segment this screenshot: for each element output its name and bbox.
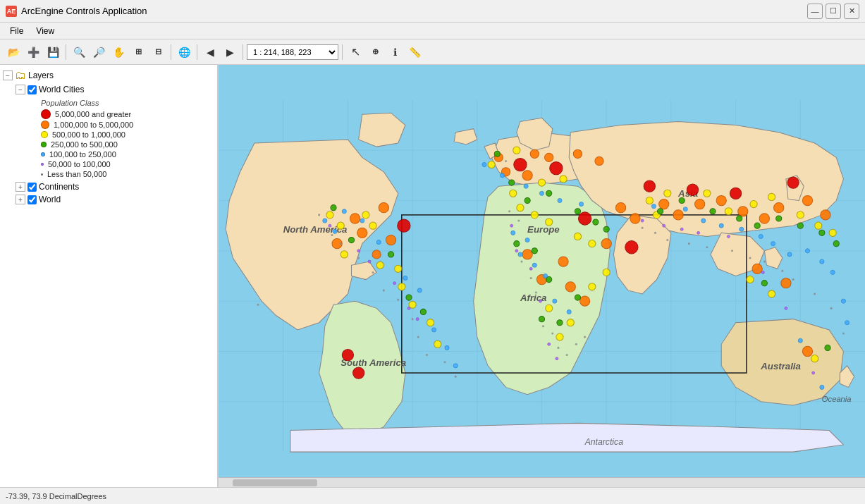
full-extent-button[interactable]: ⊟ <box>149 43 167 61</box>
open-button[interactable]: 📂 <box>4 43 23 61</box>
svg-point-188 <box>641 219 644 222</box>
svg-point-207 <box>455 376 457 378</box>
svg-point-103 <box>797 211 804 219</box>
svg-point-112 <box>406 295 412 300</box>
svg-point-79 <box>427 319 434 326</box>
layers-root[interactable]: − 🗂 Layers <box>0 68 217 83</box>
layers-collapse-btn[interactable]: − <box>3 70 13 80</box>
svg-point-35 <box>353 367 364 379</box>
status-bar: -73.39, 73.9 DecimalDegrees <box>0 487 865 504</box>
svg-point-169 <box>805 249 809 253</box>
svg-point-202 <box>397 299 399 301</box>
save-button[interactable]: 💾 <box>44 43 62 61</box>
svg-point-213 <box>530 277 532 279</box>
svg-point-183 <box>515 250 518 252</box>
world-cities-checkbox[interactable] <box>27 85 37 94</box>
svg-point-178 <box>368 260 371 263</box>
continents-checkbox[interactable] <box>27 183 37 192</box>
close-button[interactable]: ✕ <box>844 4 859 19</box>
map-area[interactable]: North America South America Europe Afric… <box>219 65 865 487</box>
maximize-button[interactable]: ☐ <box>826 4 841 19</box>
pan-button[interactable]: ✋ <box>109 43 128 61</box>
title-left: AE ArcEngine Controls Application <box>6 6 147 17</box>
legend-item: 250,000 to 500,000 <box>41 140 217 149</box>
app-icon: AE <box>6 6 17 17</box>
svg-point-85 <box>510 190 517 197</box>
svg-point-38 <box>379 203 388 213</box>
svg-point-83 <box>538 179 545 186</box>
menu-bar: File View <box>0 23 865 39</box>
forward-button[interactable]: ▶ <box>221 43 239 61</box>
svg-point-204 <box>417 336 419 338</box>
scale-selector[interactable]: 1 : 214, 188, 223 <box>247 44 338 60</box>
globe-button[interactable]: 🌐 <box>175 43 193 61</box>
fixed-extent-button[interactable]: ⊞ <box>129 43 147 61</box>
svg-point-192 <box>727 235 730 238</box>
continents-item[interactable]: + Continents <box>13 180 217 193</box>
continents-expand-btn[interactable]: + <box>16 182 25 192</box>
svg-point-58 <box>659 199 669 209</box>
world-item[interactable]: + World <box>13 193 217 206</box>
zoom-out-button[interactable]: 🔎 <box>90 43 108 61</box>
world-cities-item[interactable]: − World Cities <box>13 83 217 96</box>
legend-label: 250,000 to 500,000 <box>51 140 118 149</box>
sep4 <box>243 44 243 60</box>
menu-view[interactable]: View <box>30 25 60 37</box>
svg-point-156 <box>518 252 522 257</box>
svg-point-56 <box>615 203 625 213</box>
minimize-button[interactable]: — <box>807 4 823 19</box>
svg-point-151 <box>539 191 544 195</box>
svg-point-81 <box>488 161 495 168</box>
svg-point-54 <box>565 282 575 292</box>
svg-point-210 <box>508 210 510 212</box>
svg-point-37 <box>350 214 360 223</box>
svg-point-55 <box>580 296 590 306</box>
svg-point-147 <box>453 364 458 368</box>
svg-point-228 <box>763 261 766 263</box>
svg-point-61 <box>716 195 726 205</box>
continents-group: + Continents <box>0 180 217 193</box>
new-button[interactable]: ➕ <box>24 43 42 61</box>
svg-point-39 <box>357 228 367 238</box>
legend-label: 1,000,000 to 5,000,000 <box>54 121 133 129</box>
svg-point-164 <box>719 223 723 228</box>
svg-point-88 <box>546 219 553 226</box>
measure-button[interactable]: 📏 <box>405 43 424 61</box>
xy-button[interactable]: ⊕ <box>366 43 384 61</box>
svg-point-166 <box>759 234 763 238</box>
svg-point-162 <box>683 207 687 211</box>
svg-point-108 <box>811 355 818 362</box>
svg-point-86 <box>517 204 524 211</box>
svg-point-232 <box>830 307 833 309</box>
svg-point-87 <box>531 211 538 219</box>
back-button[interactable]: ◀ <box>201 43 219 61</box>
svg-point-230 <box>792 278 795 281</box>
svg-point-97 <box>664 190 671 197</box>
svg-point-220 <box>584 336 586 338</box>
svg-point-191 <box>697 231 700 234</box>
svg-text:Europe: Europe <box>527 224 560 235</box>
zoom-in-button[interactable]: 🔍 <box>70 43 88 61</box>
svg-point-221 <box>642 227 644 229</box>
world-cities-group: − World Cities Population Class 5,000,00… <box>0 83 217 180</box>
world-label: World <box>39 195 61 204</box>
svg-text:Oceania: Oceania <box>822 395 852 403</box>
world-checkbox[interactable] <box>27 195 37 204</box>
svg-point-209 <box>505 160 507 162</box>
identify-button[interactable]: ℹ <box>386 43 404 61</box>
world-expand-btn[interactable]: + <box>16 195 25 204</box>
svg-point-214 <box>535 291 537 293</box>
map-scrollbar[interactable] <box>219 477 865 487</box>
legend-label: 100,000 to 250,000 <box>49 150 116 159</box>
legend-item: Less than 50,000 <box>41 169 217 179</box>
world-cities-collapse-btn[interactable]: − <box>16 85 25 94</box>
svg-point-69 <box>802 346 812 356</box>
pointer-button[interactable]: ↖ <box>346 43 364 61</box>
svg-point-129 <box>710 209 716 214</box>
svg-point-104 <box>815 222 822 229</box>
svg-point-176 <box>329 224 331 227</box>
svg-point-185 <box>539 300 541 302</box>
menu-file[interactable]: File <box>4 25 29 37</box>
svg-point-89 <box>574 233 581 240</box>
svg-point-107 <box>768 290 775 297</box>
